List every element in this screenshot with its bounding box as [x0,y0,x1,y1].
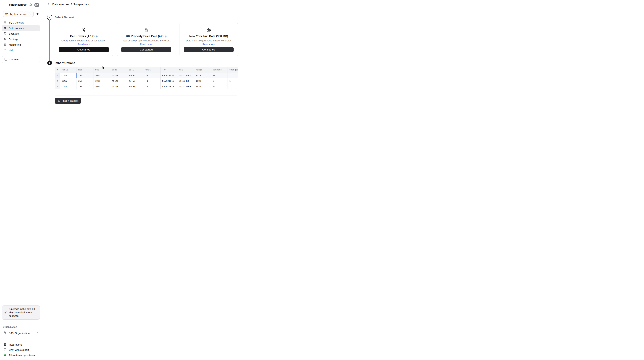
table-cell[interactable]: 250 [76,78,93,84]
table-cell[interactable]: 1 [228,73,238,78]
dataset-cards: Cell Towers (1.1 GB) Geographical coordi… [55,23,238,56]
dataset-card-uk-property: UK Property Price Paid (4 GB) Real-estat… [117,23,175,56]
service-name: My first service [10,12,27,16]
sidebar-nav: SQL Console Data sources Backups [2,20,40,53]
table-cell[interactable]: -1 [144,73,160,78]
dataset-title: UK Property Price Paid (4 GB) [126,34,166,38]
breadcrumb: Data sources / Sample data [52,3,89,6]
topbar: Data sources / Sample data [42,0,322,9]
main-area: Data sources / Sample data Select Datase… [42,0,322,180]
table-row: 2 CDMA 250 1005 45148 25452 -1 85.921616… [55,78,238,84]
row-number: 1 [55,73,60,78]
table-cell[interactable]: -1 [144,84,160,89]
table-row: 1 CDMA 250 1005 45148 25455 -1 85.912436… [55,73,238,78]
table-cell[interactable]: 1005 [93,84,110,89]
sidebar-item-backups[interactable]: Backups [2,31,40,36]
get-started-button-ny-taxi[interactable]: Get started [184,47,234,52]
table-cell[interactable]: CDMA [60,78,76,84]
table-cell[interactable]: 45148 [110,78,127,84]
breadcrumb-parent[interactable]: Data sources [52,3,69,6]
dataset-description: Geographical coordinates of cell towers. [62,39,106,42]
read-more-link[interactable]: Read more [78,43,90,46]
table-header-row: # radio mcc net area cell unit lon lat r… [55,67,238,73]
import-dataset-button[interactable]: Import dataset [55,98,81,104]
table-cell[interactable]: 250 [76,73,93,78]
sidebar-item-sql-console[interactable]: SQL Console [2,20,40,25]
data-preview-table: # radio mcc net area cell unit lon lat r… [55,67,238,96]
aws-icon: aws [4,12,9,16]
read-more-link[interactable]: Read more [140,43,152,46]
download-icon [58,99,60,103]
table-cell[interactable]: 2039 [194,84,211,89]
read-more-link[interactable]: Read more [202,43,215,46]
table-cell[interactable]: 25455 [127,73,144,78]
avatar[interactable]: DA [34,3,39,8]
step2-badge: 2 [47,60,52,65]
column-header: # [55,67,60,73]
breadcrumb-separator: / [71,3,72,6]
table-cell[interactable]: 85.921616 [160,78,177,84]
step-connector-line [50,20,50,61]
table-cell[interactable]: 85.912436 [160,73,177,78]
table-cell-selected[interactable]: CDMA [60,73,76,78]
table-cell[interactable]: 25452 [127,78,144,84]
table-cell[interactable]: 36 [211,84,228,89]
get-started-button-uk-property[interactable]: Get started [121,47,171,52]
sidebar-item-label: Backups [9,32,19,35]
dataset-title: Cell Towers (1.1 GB) [70,34,98,38]
column-header: changeab [228,67,238,73]
taxi-icon [206,27,212,33]
table-cell[interactable]: 55.333769 [177,84,194,89]
table-cell[interactable]: 25451 [127,84,144,89]
dataset-description: Real-estate property transactions in the… [122,39,171,42]
table-cell[interactable]: 1 [228,78,238,84]
bell-icon[interactable] [29,3,32,7]
table-cell[interactable]: 250 [76,84,93,89]
table-cell[interactable]: 85.916815 [160,84,177,89]
table-cell[interactable]: 1 [211,78,228,84]
connect-button[interactable]: Connect [2,56,40,63]
table-cell[interactable]: 45148 [110,84,127,89]
connect-label: Connect [10,58,19,61]
table-cell[interactable]: CDMA [60,84,76,89]
sidebar-item-data-sources[interactable]: Data sources [2,25,40,31]
column-header: mcc [76,67,93,73]
building-large-icon [144,27,149,33]
add-service-button[interactable] [36,12,39,16]
sidebar-item-settings[interactable]: Settings [2,36,40,42]
table-cell[interactable]: -1 [144,78,160,84]
row-number: 2 [55,78,60,84]
sidebar: ClickHouse DA aws My first service [0,0,42,180]
select-dataset-title: Select Dataset [55,16,74,19]
sliders-icon [3,37,7,41]
logo-row: ClickHouse DA [0,0,42,8]
service-selector[interactable]: aws My first service [3,11,34,17]
table-cell[interactable]: 45148 [110,73,127,78]
column-header: cell [127,67,144,73]
chart-icon [3,43,7,47]
table-cell[interactable]: 1 [228,84,238,89]
sidebar-item-monitoring[interactable]: Monitoring [2,42,40,48]
column-header: net [93,67,110,73]
table-cell[interactable]: 32 [211,73,228,78]
get-started-button-cell-towers[interactable]: Get started [59,47,109,52]
monitor-icon [3,21,7,25]
history-icon [3,32,7,36]
table-cell[interactable]: 2518 [194,73,211,78]
column-header: radio [60,67,76,73]
breadcrumb-current: Sample data [73,3,89,6]
back-icon[interactable] [47,3,50,6]
table-cell[interactable]: 1000 [194,78,211,84]
table-cell[interactable]: 55.33408 [177,78,194,84]
sidebar-item-help[interactable]: Help [2,48,40,53]
import-dataset-label: Import dataset [62,99,78,102]
sidebar-item-label: SQL Console [9,21,24,24]
table-cell[interactable]: 1005 [93,73,110,78]
sidebar-item-label: Data sources [9,27,24,30]
app-title: ClickHouse [9,3,27,7]
table-cell[interactable]: 1005 [93,78,110,84]
orbit-icon [3,26,7,30]
table-row: 3 CDMA 250 1005 45148 25451 -1 85.916815… [55,84,238,89]
svg-text:aws: aws [5,12,8,14]
table-cell[interactable]: 55.333682 [177,73,194,78]
